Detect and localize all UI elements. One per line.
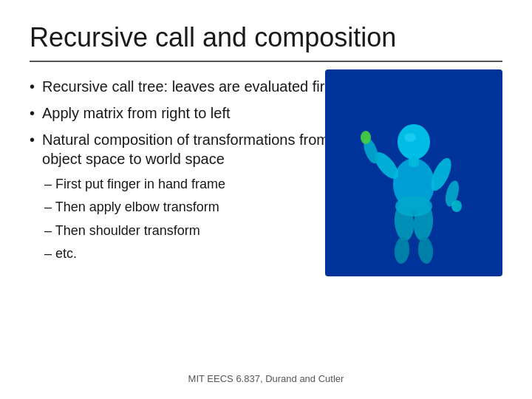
bullet-text-3: Natural composition of transformations f…: [42, 130, 367, 168]
footer-text: MIT EECS 6.837, Durand and Cutler: [30, 369, 502, 384]
svg-point-5: [361, 131, 371, 144]
svg-rect-14: [409, 157, 419, 167]
content-area: • Recursive call tree: leaves are evalua…: [30, 77, 502, 362]
svg-point-8: [451, 200, 462, 212]
svg-point-13: [395, 196, 432, 216]
bullet-icon: •: [30, 103, 35, 123]
svg-point-2: [398, 124, 430, 160]
robot-image: [325, 69, 502, 276]
bullet-icon: •: [30, 130, 35, 149]
svg-point-15: [404, 133, 416, 142]
slide-title: Recursive call and composition: [30, 22, 502, 62]
slide: Recursive call and composition • Recursi…: [0, 0, 532, 399]
bullet-icon: •: [30, 77, 35, 96]
